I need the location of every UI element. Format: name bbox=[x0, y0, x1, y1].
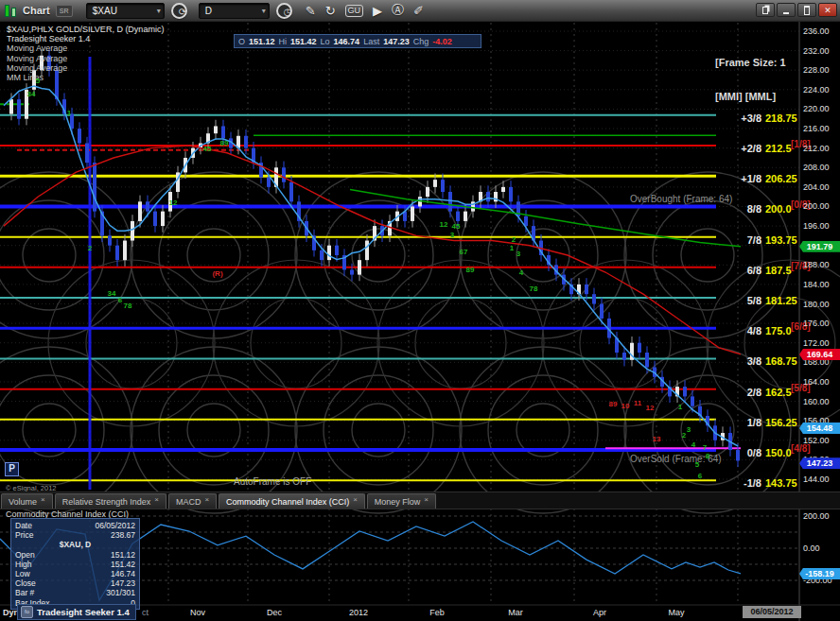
maximize-button[interactable] bbox=[797, 3, 816, 17]
time-interval-clock-icon[interactable]: ◷ bbox=[276, 3, 292, 19]
interval-value: D bbox=[205, 6, 212, 16]
symbol-input[interactable]: $XAU ▾ bbox=[86, 3, 165, 19]
restore-button[interactable] bbox=[756, 3, 775, 17]
window-controls: ✕ bbox=[756, 3, 837, 17]
tab-close-icon[interactable]: × bbox=[41, 495, 45, 504]
tab-label: Volume bbox=[9, 497, 37, 507]
symbol-refresh-icon[interactable]: ⟳ bbox=[171, 3, 187, 19]
tab-label: Commodity Channel Index (CCI) bbox=[226, 497, 349, 507]
tab-label: MACD bbox=[176, 497, 201, 507]
tab-close-icon[interactable]: × bbox=[424, 495, 429, 504]
minimize-button[interactable] bbox=[777, 3, 796, 17]
play-icon[interactable]: ▶ bbox=[373, 4, 382, 18]
chevron-down-icon: ▾ bbox=[157, 7, 161, 15]
tab-commodity-channel-index-cci-[interactable]: Commodity Channel Index (CCI)× bbox=[219, 493, 365, 509]
price-window-button[interactable]: P bbox=[5, 462, 19, 476]
window-title: Chart bbox=[23, 5, 50, 16]
reload-icon[interactable]: ↻ bbox=[325, 4, 336, 18]
chevron-down-icon: ▾ bbox=[262, 7, 266, 15]
tab-close-icon[interactable]: × bbox=[154, 495, 159, 504]
tab-label: Relative Strength Index bbox=[62, 497, 151, 507]
title-bar: Chart SR $XAU ▾ ⟳ D ▾ ◷ ✎↻GU▶Ⓐ✐ ✕ bbox=[0, 0, 840, 22]
auto-analysis-icon[interactable]: Ⓐ bbox=[392, 2, 404, 19]
drawing-pencil-icon[interactable]: ✎ bbox=[306, 4, 316, 18]
chart-mode-badge-icon: SR bbox=[56, 5, 73, 17]
line-tool-icon[interactable]: ✐ bbox=[413, 4, 424, 18]
console-icon[interactable]: GU bbox=[345, 5, 364, 17]
tab-relative-strength-index[interactable]: Relative Strength Index× bbox=[55, 493, 166, 509]
chart-window: Chart SR $XAU ▾ ⟳ D ▾ ◷ ✎↻GU▶Ⓐ✐ ✕ $XAU,P… bbox=[0, 0, 840, 621]
close-button[interactable]: ✕ bbox=[818, 3, 837, 17]
tab-volume[interactable]: Volume× bbox=[1, 493, 53, 509]
tab-money-flow[interactable]: Money Flow× bbox=[367, 493, 436, 509]
symbol-value: $XAU bbox=[93, 6, 117, 16]
chart-canvas bbox=[0, 0, 840, 621]
candlestick-logo-icon bbox=[5, 5, 16, 17]
tab-close-icon[interactable]: × bbox=[353, 495, 358, 504]
tab-macd[interactable]: MACD× bbox=[168, 493, 217, 509]
tab-label: Money Flow bbox=[375, 497, 421, 507]
interval-select[interactable]: D ▾ bbox=[199, 3, 270, 19]
indicator-tab-bar: Volume×Relative Strength Index×MACD×Comm… bbox=[0, 492, 840, 509]
tab-close-icon[interactable]: × bbox=[204, 495, 209, 504]
